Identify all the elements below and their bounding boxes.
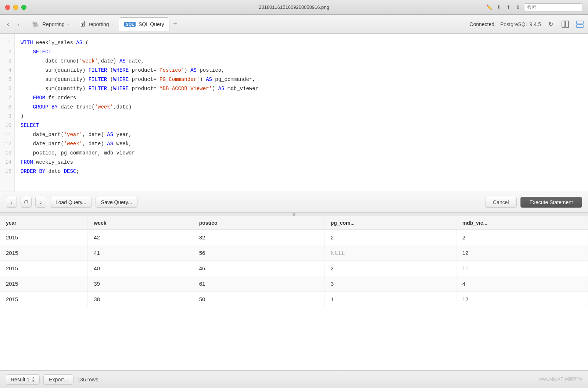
cell-pg-com: 1 <box>325 292 456 307</box>
result-tab[interactable]: Result 1 ▲ ▼ <box>6 374 40 385</box>
col-year[interactable]: year <box>0 216 88 230</box>
cell-postico: 56 <box>193 245 325 261</box>
line-num-4: 4 <box>8 66 11 75</box>
bottom-bar: Result 1 ▲ ▼ Export... 136 rows www.MacX… <box>0 370 588 388</box>
cell-mdb-vie: 12 <box>456 245 588 261</box>
tab-sql-query[interactable]: SQL SQL Query <box>119 17 169 31</box>
save-query-button[interactable]: Save Query... <box>96 197 138 208</box>
cell-mdb-vie: 4 <box>456 276 588 292</box>
tab-bar: ‹ › 🐘 Reporting › 🗄 reporting › SQL SQL … <box>0 15 588 34</box>
line-num-5: 5 <box>8 75 11 84</box>
code-line-5: sum(quantity) FILTER (WHERE product='PG … <box>21 75 582 84</box>
refresh-button[interactable]: ↻ <box>545 19 556 29</box>
svg-rect-2 <box>577 21 583 24</box>
tab-bar-right: Connected. PostgreSQL 9.4.5 ↻ <box>470 19 585 29</box>
code-line-1: WITH weekly_sales AS ( <box>21 38 582 47</box>
cell-week: 38 <box>88 292 193 307</box>
cell-pg-com: 3 <box>325 276 456 292</box>
db-icon: 🗄 <box>80 21 86 28</box>
col-mdb-vie[interactable]: mdb_vie... <box>456 216 588 230</box>
cell-week: 40 <box>88 261 193 276</box>
line-num-15: 15 <box>5 167 11 176</box>
forward-button[interactable]: › <box>13 19 24 29</box>
next-query-button[interactable]: › <box>35 197 46 208</box>
tab-reporting-db[interactable]: 🐘 Reporting › <box>26 17 74 31</box>
code-line-15: ORDER BY date DESC; <box>21 167 582 176</box>
line-num-3: 3 <box>8 57 11 66</box>
cell-mdb-vie: 12 <box>456 292 588 307</box>
share-icon[interactable]: ⬆ <box>505 4 512 11</box>
layout-button-2[interactable] <box>575 19 585 29</box>
result-tab-chevrons: ▲ ▼ <box>32 376 35 383</box>
cell-week: 41 <box>88 245 193 261</box>
result-tab-label: Result 1 <box>11 377 29 382</box>
cell-mdb-vie: 11 <box>456 261 588 276</box>
layout-button-1[interactable] <box>560 19 570 29</box>
search-input[interactable] <box>524 3 583 11</box>
cell-pg-com: 2 <box>325 261 456 276</box>
cell-week: 42 <box>88 230 193 245</box>
close-button[interactable] <box>5 5 10 10</box>
cell-postico: 50 <box>193 292 325 307</box>
line-num-13: 13 <box>5 149 11 158</box>
svg-rect-3 <box>577 25 583 28</box>
tab-reporting-schema-label: reporting <box>89 21 109 27</box>
prev-query-button[interactable]: ‹ <box>6 197 17 208</box>
tabs-container: 🐘 Reporting › 🗄 reporting › SQL SQL Quer… <box>26 17 179 31</box>
chevron-up-icon: ▲ <box>32 376 35 379</box>
toolbar-right: ✏️ ⬇ ⬆ ℹ <box>486 3 583 11</box>
line-num-7: 7 <box>8 93 11 103</box>
editor-area: 1 2 3 4 5 6 7 8 9 10 11 12 13 14 15 WITH… <box>0 34 588 192</box>
pg-version: PostgreSQL 9.4.5 <box>500 21 541 27</box>
line-num-14: 14 <box>5 158 11 167</box>
execute-button[interactable]: Execute Statement <box>520 197 582 208</box>
code-editor[interactable]: WITH weekly_sales AS ( SELECT date_trunc… <box>15 34 588 192</box>
load-query-button[interactable]: Load Query... <box>50 197 92 208</box>
table-row: 2015 39 61 3 4 <box>0 276 588 292</box>
export-button[interactable]: Export... <box>43 374 74 385</box>
info-icon[interactable]: ℹ <box>514 4 521 11</box>
code-line-10: SELECT <box>21 121 582 130</box>
maximize-button[interactable] <box>21 5 26 10</box>
tab-chevron-icon: › <box>68 22 69 26</box>
minimize-button[interactable] <box>13 5 18 10</box>
divider-handle[interactable] <box>0 213 588 216</box>
line-num-10: 10 <box>5 121 11 130</box>
divider-dot <box>293 213 295 216</box>
table-row: 2015 41 56 NULL 12 <box>0 245 588 261</box>
cell-pg-com: 2 <box>325 230 456 245</box>
watermark: www.MacXF 创新互联 <box>539 376 582 382</box>
results-area: year week postico pg_com... mdb_vie... 2… <box>0 216 588 370</box>
line-num-9: 9 <box>8 112 11 121</box>
download-icon[interactable]: ⬇ <box>495 4 502 11</box>
table-row: 2015 38 50 1 12 <box>0 292 588 307</box>
line-num-6: 6 <box>8 84 11 93</box>
table-row: 2015 40 46 2 11 <box>0 261 588 276</box>
code-line-6: sum(quantity) FILTER (WHERE product='MDB… <box>21 84 582 93</box>
back-button[interactable]: ‹ <box>3 19 13 29</box>
line-numbers: 1 2 3 4 5 6 7 8 9 10 11 12 13 14 15 <box>0 34 15 192</box>
col-pg-com[interactable]: pg_com... <box>325 216 456 230</box>
code-line-8: GROUP BY date_trunc('week',date) <box>21 103 582 112</box>
cell-year: 2015 <box>0 292 88 307</box>
cell-mdb-vie: 2 <box>456 230 588 245</box>
code-line-4: sum(quantity) FILTER (WHERE product='Pos… <box>21 66 582 75</box>
tab-sql-query-label: SQL Query <box>139 21 164 27</box>
results-table: year week postico pg_com... mdb_vie... 2… <box>0 216 588 307</box>
query-toolbar: ‹ ⏱ › Load Query... Save Query... Cancel… <box>0 192 588 213</box>
tab-reporting-schema[interactable]: 🗄 reporting › <box>74 17 119 31</box>
line-num-11: 11 <box>5 130 11 139</box>
cell-pg-com: NULL <box>325 245 456 261</box>
col-week[interactable]: week <box>88 216 193 230</box>
cancel-button[interactable]: Cancel <box>485 197 517 208</box>
add-tab-button[interactable]: + <box>171 20 179 28</box>
main-content: 1 2 3 4 5 6 7 8 9 10 11 12 13 14 15 WITH… <box>0 34 588 388</box>
row-count: 136 rows <box>77 377 98 382</box>
cell-year: 2015 <box>0 230 88 245</box>
pencil-icon[interactable]: ✏️ <box>486 4 492 11</box>
col-postico[interactable]: postico <box>193 216 325 230</box>
code-line-12: date_part('week', date) AS week, <box>21 139 582 149</box>
code-line-3: date_trunc('week',date) AS date, <box>21 57 582 66</box>
history-button[interactable]: ⏱ <box>21 197 32 208</box>
chevron-down-icon: ▼ <box>32 380 35 383</box>
